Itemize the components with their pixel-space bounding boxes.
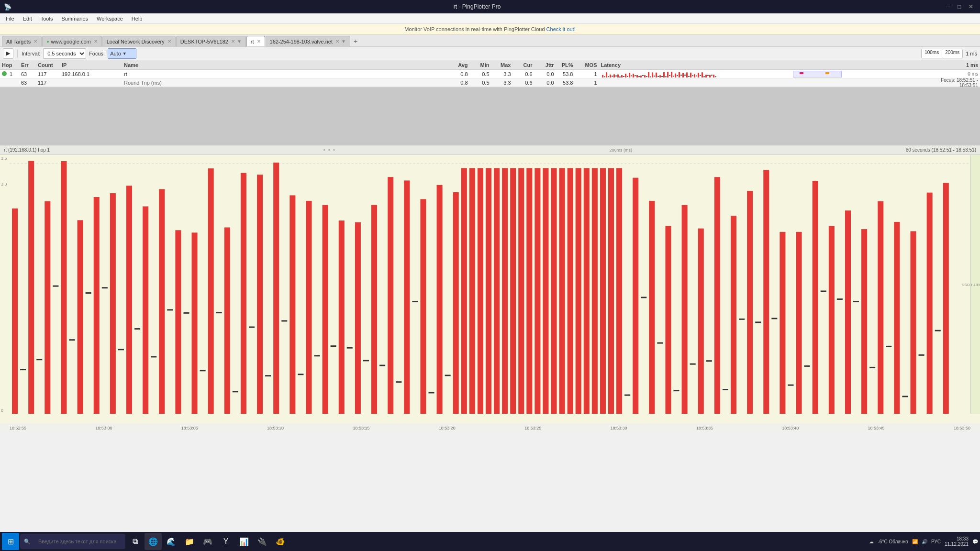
menu-file[interactable]: File [2, 15, 18, 22]
taskbar-search-container[interactable]: 🔍 [20, 534, 125, 549]
svg-rect-170 [886, 346, 891, 347]
col-header-max[interactable]: Max [491, 62, 513, 68]
taskbar-chrome[interactable]: 🌐 [145, 533, 162, 550]
taskbar-task-view[interactable]: ⧉ [126, 533, 144, 550]
language-indicator[interactable]: РУС [931, 539, 941, 544]
svg-rect-63 [12, 209, 18, 414]
menu-help[interactable]: Help [128, 15, 146, 22]
row-min: 0.5 [470, 71, 491, 77]
col-header-name[interactable]: Name [122, 62, 446, 68]
packet-loss-panel: PACKET LOSS [970, 155, 980, 414]
svg-rect-24 [646, 76, 647, 77]
taskbar-app2[interactable]: 📊 [235, 533, 253, 550]
tab-google[interactable]: ● www.google.com ✕ [42, 36, 102, 46]
svg-rect-94 [265, 375, 271, 376]
tab-google-close[interactable]: ✕ [94, 39, 98, 44]
taskbar-app1[interactable]: Y [217, 533, 234, 550]
time-100ms-button[interactable]: 100ms [921, 49, 942, 58]
time-200ms-button[interactable]: 200ms [942, 49, 963, 58]
svg-rect-169 [878, 201, 883, 414]
svg-rect-156 [771, 318, 777, 319]
ping-button[interactable]: ▶ [3, 48, 13, 59]
tab-all-targets[interactable]: All Targets ✕ [2, 36, 42, 46]
drag-handle[interactable]: • • • [323, 147, 336, 153]
svg-rect-47 [690, 72, 691, 77]
menu-summaries[interactable]: Summaries [57, 15, 92, 22]
round-trip-cur: 0.6 [513, 80, 535, 86]
svg-rect-111 [404, 180, 410, 414]
add-tab-button[interactable]: + [351, 36, 360, 46]
window-controls: ─ □ ✕ [943, 2, 976, 11]
svg-rect-86 [200, 370, 206, 371]
menu-workspace[interactable]: Workspace [93, 15, 127, 22]
edge-icon: 🌊 [167, 537, 176, 546]
notification-icon[interactable]: 💬 [972, 539, 978, 544]
start-button[interactable]: ⊞ [2, 533, 19, 550]
main-chart-area[interactable]: LATENCY (ms) 3.5 0 3.3 PACKET LOSS [0, 155, 980, 423]
svg-rect-44 [684, 75, 686, 76]
svg-rect-110 [396, 381, 401, 383]
svg-rect-146 [690, 364, 696, 365]
svg-rect-70 [69, 339, 75, 341]
table-row[interactable]: 1 63 117 192.168.0.1 rt 0.8 0.5 3.3 0.6 … [0, 70, 980, 78]
svg-rect-142 [657, 342, 663, 344]
svg-rect-134 [592, 168, 598, 414]
minimize-button[interactable]: ─ [943, 2, 953, 11]
col-header-min[interactable]: Min [470, 62, 491, 68]
col-header-latency[interactable]: Latency [599, 62, 923, 68]
chart-svg[interactable] [10, 155, 970, 414]
tab-local-network[interactable]: Local Network Discovery ✕ [102, 36, 176, 46]
svg-rect-71 [78, 220, 83, 414]
x-label-5: 18:53:20 [439, 426, 456, 430]
row-focus-time: 0 ms [923, 71, 980, 77]
tab-local-network-close[interactable]: ✕ [167, 39, 171, 44]
col-header-mos[interactable]: MOS [575, 62, 599, 68]
tab-desktop[interactable]: DESKTOP-5V6L182 ✕ ▼ [176, 36, 246, 46]
toolbar-right: 100ms 200ms 1 ms [921, 49, 977, 58]
col-header-ip[interactable]: IP [60, 62, 122, 68]
interval-select[interactable]: 0.5 seconds 1 second 2.5 seconds 5 secon… [43, 48, 86, 59]
svg-rect-151 [731, 216, 736, 414]
x-label-8: 18:53:35 [696, 426, 713, 430]
taskbar-edge[interactable]: 🌊 [163, 533, 180, 550]
chart-zoom-label: 200ms (ms) [610, 148, 633, 153]
tab-valve-close[interactable]: ✕ [335, 39, 339, 44]
tab-rt[interactable]: rt ✕ [246, 36, 265, 46]
taskbar-app3[interactable]: 🔌 [254, 533, 271, 550]
close-button[interactable]: ✕ [966, 2, 976, 11]
col-header-hop[interactable]: Hop [0, 62, 19, 68]
tab-google-label: www.google.com [51, 39, 91, 44]
taskbar-steam[interactable]: 🎮 [199, 533, 216, 550]
focus-dropdown-icon: ▼ [122, 51, 127, 56]
col-header-avg[interactable]: Avg [446, 62, 470, 68]
tab-rt-close[interactable]: ✕ [257, 39, 261, 44]
col-header-count[interactable]: Count [36, 62, 60, 68]
tab-valve[interactable]: 162-254-198-103.valve.net ✕ ▼ [266, 36, 350, 46]
col-header-pl[interactable]: PL% [556, 62, 575, 68]
round-trip-jtr: 0.0 [535, 80, 556, 86]
tab-desktop-close[interactable]: ✕ [231, 39, 235, 44]
clock[interactable]: 18:33 11.12.2021 [945, 536, 969, 547]
x-label-2: 18:53:05 [181, 426, 198, 430]
svg-rect-60 [715, 76, 716, 77]
taskbar-search-input[interactable] [33, 534, 122, 549]
col-header-jtr[interactable]: Jttr [535, 62, 556, 68]
taskbar-files[interactable]: 📁 [181, 533, 198, 550]
maximize-button[interactable]: □ [954, 2, 965, 11]
chart-header: rt (192.168.0.1) hop 1 • • • 200ms (ms) … [0, 145, 980, 155]
taskbar-app4[interactable]: 🐠 [272, 533, 289, 550]
svg-rect-149 [714, 177, 720, 414]
svg-rect-87 [208, 168, 214, 414]
svg-rect-161 [813, 181, 818, 414]
svg-rect-73 [94, 197, 100, 414]
menu-edit[interactable]: Edit [19, 15, 36, 22]
col-header-cur[interactable]: Cur [513, 62, 535, 68]
focus-select[interactable]: Auto ▼ [108, 48, 136, 59]
tab-all-targets-close[interactable]: ✕ [33, 39, 37, 44]
notif-link[interactable]: Check it out! [546, 26, 576, 32]
svg-rect-56 [707, 75, 709, 76]
svg-rect-99 [306, 201, 312, 414]
svg-rect-80 [151, 356, 156, 358]
menu-tools[interactable]: Tools [37, 15, 57, 22]
col-header-err[interactable]: Err [19, 62, 36, 68]
